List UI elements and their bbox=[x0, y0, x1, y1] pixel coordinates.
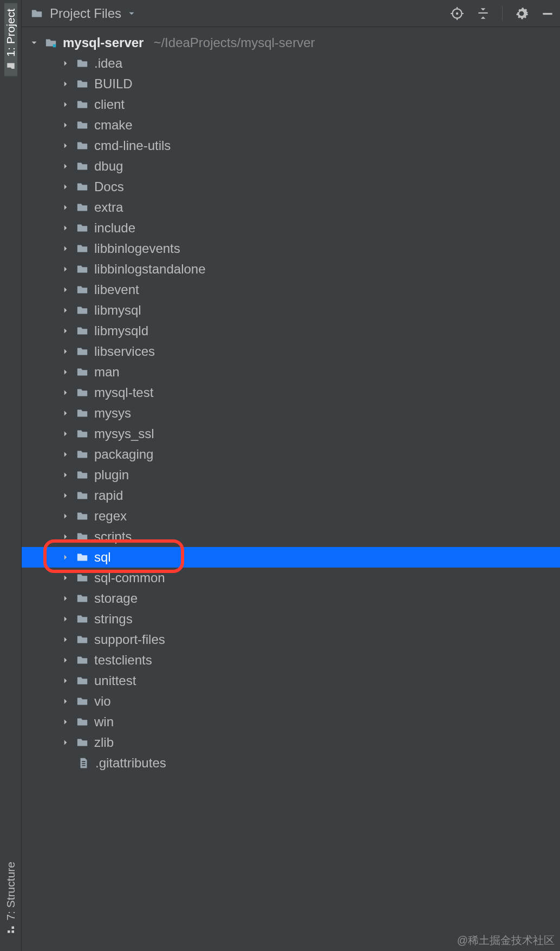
arrow-collapsed-icon[interactable] bbox=[60, 284, 71, 296]
tree-folder-label: zlib bbox=[94, 735, 114, 750]
svg-rect-2 bbox=[11, 927, 14, 929]
arrow-collapsed-icon[interactable] bbox=[60, 243, 71, 255]
arrow-collapsed-icon[interactable] bbox=[60, 119, 71, 131]
tree-folder-row[interactable]: strings bbox=[22, 609, 560, 629]
tree-folder-row[interactable]: dbug bbox=[22, 156, 560, 177]
tree-folder-row[interactable]: man bbox=[22, 362, 560, 382]
arrow-collapsed-icon[interactable] bbox=[60, 510, 71, 522]
arrow-collapsed-icon[interactable] bbox=[60, 634, 71, 646]
tree-folder-row[interactable]: libbinlogevents bbox=[22, 238, 560, 259]
arrow-collapsed-icon[interactable] bbox=[60, 346, 71, 357]
folder-icon bbox=[75, 56, 90, 71]
tree-folder-row[interactable]: .idea bbox=[22, 53, 560, 74]
tree-folder-row[interactable]: extra bbox=[22, 197, 560, 218]
tree-folder-label: dbug bbox=[94, 159, 123, 174]
collapse-all-icon[interactable] bbox=[476, 6, 490, 21]
tree-folder-row[interactable]: testclients bbox=[22, 650, 560, 670]
side-tab-project[interactable]: 1: Project bbox=[4, 3, 17, 76]
arrow-collapsed-icon[interactable] bbox=[60, 99, 71, 110]
tree-folder-label: cmake bbox=[94, 118, 133, 133]
tree-folder-row[interactable]: rapid bbox=[22, 485, 560, 506]
tree-folder-row[interactable]: vio bbox=[22, 691, 560, 712]
arrow-collapsed-icon[interactable] bbox=[60, 222, 71, 234]
tree-root-path: ~/IdeaProjects/mysql-server bbox=[153, 35, 315, 50]
tree-folder-row[interactable]: regex bbox=[22, 506, 560, 526]
arrow-collapsed-icon[interactable] bbox=[60, 181, 71, 193]
tree-folder-label: support-files bbox=[94, 632, 165, 647]
arrow-collapsed-icon[interactable] bbox=[60, 469, 71, 481]
arrow-collapsed-icon[interactable] bbox=[60, 57, 71, 69]
arrow-expanded-icon[interactable] bbox=[28, 37, 40, 49]
tree-folder-row[interactable]: cmake bbox=[22, 115, 560, 135]
tree-folder-label: man bbox=[94, 364, 120, 380]
tree-folder-row[interactable]: scripts bbox=[22, 526, 560, 547]
folder-icon bbox=[75, 467, 90, 483]
tree-folder-row[interactable]: BUILD bbox=[22, 74, 560, 94]
tree-folder-row[interactable]: mysys_ssl bbox=[22, 424, 560, 444]
tree-folder-row[interactable]: libmysqld bbox=[22, 321, 560, 341]
arrow-collapsed-icon[interactable] bbox=[60, 428, 71, 440]
arrow-collapsed-icon[interactable] bbox=[60, 675, 71, 687]
tree-folder-row[interactable]: sql-common bbox=[22, 568, 560, 588]
tree-folder-row[interactable]: storage bbox=[22, 588, 560, 609]
tree-folder-row[interactable]: packaging bbox=[22, 444, 560, 465]
arrow-collapsed-icon[interactable] bbox=[60, 531, 71, 543]
arrow-collapsed-icon[interactable] bbox=[60, 325, 71, 337]
tree-root-row[interactable]: mysql-server ~/IdeaProjects/mysql-server bbox=[22, 32, 560, 53]
arrow-collapsed-icon[interactable] bbox=[60, 201, 71, 213]
tree-folder-row[interactable]: zlib bbox=[22, 732, 560, 753]
tree-folder-row[interactable]: libservices bbox=[22, 341, 560, 362]
tree-file-row[interactable]: .gitattributes bbox=[22, 753, 560, 773]
tree-folder-row[interactable]: libevent bbox=[22, 279, 560, 300]
arrow-collapsed-icon[interactable] bbox=[60, 263, 71, 275]
arrow-collapsed-icon[interactable] bbox=[60, 551, 71, 563]
tree-folder-row[interactable]: sql bbox=[22, 547, 560, 568]
tree-folder-row[interactable]: plugin bbox=[22, 465, 560, 485]
arrow-collapsed-icon[interactable] bbox=[60, 572, 71, 584]
folder-icon bbox=[75, 447, 90, 462]
arrow-collapsed-icon[interactable] bbox=[60, 654, 71, 666]
tree-folder-row[interactable]: cmd-line-utils bbox=[22, 135, 560, 156]
arrow-collapsed-icon[interactable] bbox=[60, 140, 71, 152]
tree-folder-row[interactable]: mysql-test bbox=[22, 382, 560, 403]
side-tab-label: 7: Structure bbox=[4, 862, 17, 921]
tree-folder-row[interactable]: win bbox=[22, 712, 560, 732]
arrow-collapsed-icon[interactable] bbox=[60, 78, 71, 90]
folder-icon bbox=[75, 323, 90, 338]
folder-icon bbox=[75, 241, 90, 256]
tree-folder-row[interactable]: support-files bbox=[22, 629, 560, 650]
tree-folder-label: sql-common bbox=[94, 570, 165, 585]
folder-icon bbox=[75, 550, 90, 565]
arrow-collapsed-icon[interactable] bbox=[60, 695, 71, 707]
project-panel: Project Files bbox=[22, 0, 560, 951]
tree-folder-row[interactable]: libmysql bbox=[22, 300, 560, 321]
tree-folder-row[interactable]: include bbox=[22, 218, 560, 238]
folder-icon bbox=[75, 653, 90, 668]
arrow-collapsed-icon[interactable] bbox=[60, 716, 71, 728]
tree-folder-row[interactable]: Docs bbox=[22, 177, 560, 197]
tree-folder-row[interactable]: client bbox=[22, 94, 560, 115]
arrow-collapsed-icon[interactable] bbox=[60, 366, 71, 378]
locate-icon[interactable] bbox=[450, 6, 464, 21]
arrow-collapsed-icon[interactable] bbox=[60, 407, 71, 419]
project-view-dropdown[interactable]: Project Files bbox=[29, 6, 136, 21]
arrow-collapsed-icon[interactable] bbox=[60, 160, 71, 172]
minimize-icon[interactable] bbox=[541, 6, 555, 21]
arrow-collapsed-icon[interactable] bbox=[60, 304, 71, 316]
side-tab-structure[interactable]: 7: Structure bbox=[4, 856, 17, 940]
project-tree[interactable]: mysql-server ~/IdeaProjects/mysql-server… bbox=[22, 27, 560, 951]
tree-folder-row[interactable]: mysys bbox=[22, 403, 560, 424]
structure-icon bbox=[6, 925, 16, 935]
arrow-collapsed-icon[interactable] bbox=[60, 490, 71, 501]
arrow-collapsed-icon[interactable] bbox=[60, 448, 71, 460]
arrow-collapsed-icon[interactable] bbox=[60, 592, 71, 604]
tree-folder-row[interactable]: unittest bbox=[22, 670, 560, 691]
arrow-collapsed-icon[interactable] bbox=[60, 737, 71, 748]
gear-icon[interactable] bbox=[515, 6, 529, 21]
svg-point-4 bbox=[456, 12, 458, 14]
tree-folder-row[interactable]: libbinlogstandalone bbox=[22, 259, 560, 279]
arrow-collapsed-icon[interactable] bbox=[60, 387, 71, 399]
arrow-collapsed-icon[interactable] bbox=[60, 613, 71, 625]
folder-icon bbox=[75, 364, 90, 380]
folder-icon bbox=[75, 200, 90, 215]
